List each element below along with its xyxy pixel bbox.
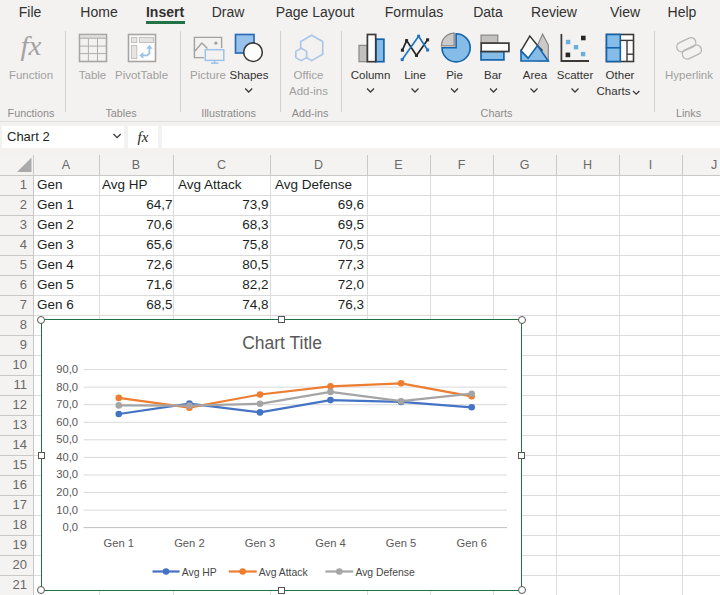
svg-text:90,0: 90,0 [56,363,78,375]
svg-text:Avg Defense: Avg Defense [355,566,415,577]
svg-text:Gen 3: Gen 3 [245,537,275,549]
svg-text:Avg HP: Avg HP [182,566,217,577]
svg-text:Gen 5: Gen 5 [386,537,416,549]
svg-text:fx: fx [21,31,42,61]
svg-text:40,0: 40,0 [56,450,78,462]
svg-text:Gen 4: Gen 4 [315,537,345,549]
svg-text:70,0: 70,0 [56,398,78,410]
svg-text:80,0: 80,0 [56,380,78,392]
svg-text:50,0: 50,0 [56,433,78,445]
svg-text:Chart Title: Chart Title [242,332,322,352]
svg-text:Avg Attack: Avg Attack [259,566,309,577]
svg-text:20,0: 20,0 [56,486,78,498]
svg-text:Gen 2: Gen 2 [174,537,204,549]
svg-text:10,0: 10,0 [56,503,78,515]
svg-text:0,0: 0,0 [62,521,78,533]
svg-text:Gen 6: Gen 6 [456,537,486,549]
svg-text:30,0: 30,0 [56,468,78,480]
svg-text:Gen 1: Gen 1 [104,537,134,549]
svg-text:fx: fx [138,129,149,145]
svg-text:60,0: 60,0 [56,415,78,427]
